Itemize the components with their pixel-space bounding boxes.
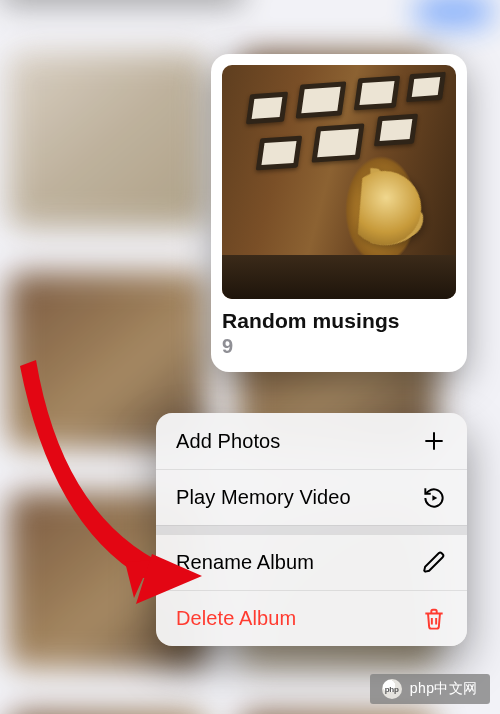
menu-item-label: Rename Album <box>176 551 314 574</box>
menu-item-play-memory-video[interactable]: Play Memory Video <box>156 469 467 525</box>
watermark: php中文网 <box>370 674 490 704</box>
album-photo-count: 9 <box>222 335 456 358</box>
menu-item-label: Delete Album <box>176 607 296 630</box>
watermark-logo <box>382 679 402 699</box>
album-title: Random musings <box>222 309 456 333</box>
replay-icon <box>421 485 447 511</box>
trash-icon <box>421 606 447 632</box>
menu-separator <box>156 525 467 534</box>
menu-item-label: Play Memory Video <box>176 486 351 509</box>
album-cover-photo <box>222 65 456 299</box>
menu-item-rename-album[interactable]: Rename Album <box>156 534 467 590</box>
pencil-icon <box>421 550 447 576</box>
plus-icon <box>421 428 447 454</box>
album-preview-card[interactable]: Random musings 9 <box>211 54 467 372</box>
menu-item-delete-album[interactable]: Delete Album <box>156 590 467 646</box>
menu-item-label: Add Photos <box>176 430 280 453</box>
album-context-menu: Add Photos Play Memory Video Rename Albu… <box>156 413 467 646</box>
watermark-text: php中文网 <box>410 680 478 698</box>
menu-item-add-photos[interactable]: Add Photos <box>156 413 467 469</box>
